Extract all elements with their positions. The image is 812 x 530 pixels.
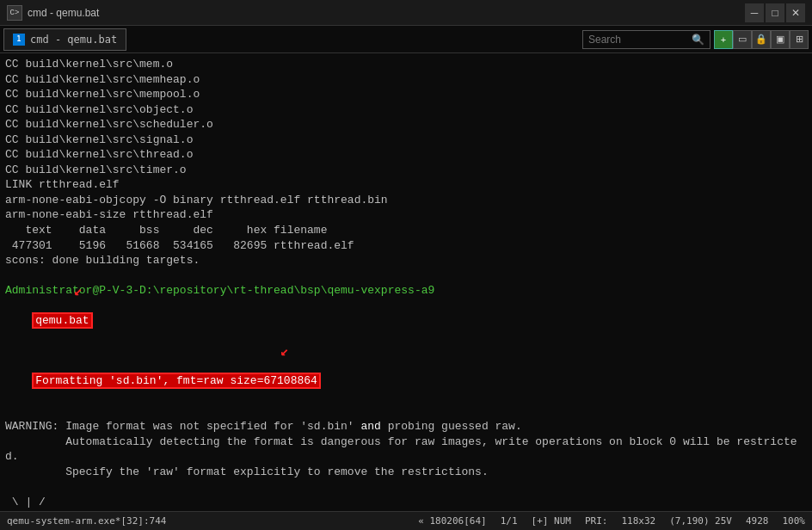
terminal-line: CC build\kernel\src\object.o bbox=[5, 102, 807, 118]
status-pos4: PRI: bbox=[585, 515, 608, 527]
status-pos5: 118x32 bbox=[621, 515, 655, 527]
tab-bar-right: 🔍 + ▭ 🔒 ▣ ⊞ bbox=[582, 30, 809, 49]
arrow-annotation-1: ↙ bbox=[74, 283, 83, 302]
search-input[interactable] bbox=[588, 34, 692, 46]
status-process: qemu-system-arm.exe*[32]:744 bbox=[7, 515, 408, 527]
terminal-line: CC build\kernel\src\thread.o bbox=[5, 147, 807, 163]
status-pos6: (7,190) 25V bbox=[669, 515, 732, 527]
terminal-line: scons: done building targets. bbox=[5, 253, 807, 268]
status-pos1: « 180206[64] bbox=[418, 515, 486, 527]
prompt-text: Administrator@P-V-3-D:\repository\rt-thr… bbox=[5, 284, 434, 297]
tab-bar: 1 cmd - qemu.bat 🔍 + ▭ 🔒 ▣ ⊞ bbox=[0, 26, 812, 53]
status-pos7: 4928 bbox=[746, 515, 769, 527]
terminal-prompt-line: Administrator@P-V-3-D:\repository\rt-thr… bbox=[5, 283, 807, 299]
add-tab-button[interactable]: + bbox=[714, 30, 733, 49]
arrow-annotation-2: ↙ bbox=[280, 343, 289, 362]
terminal-line: \ | / bbox=[5, 495, 807, 510]
toolbar-buttons: + ▭ 🔒 ▣ ⊞ bbox=[714, 30, 809, 49]
tab-label: cmd - qemu.bat bbox=[30, 34, 117, 46]
terminal-line bbox=[5, 268, 807, 284]
terminal-line: CC build\kernel\src\signal.o bbox=[5, 132, 807, 148]
terminal-line: CC build\kernel\src\mempool.o bbox=[5, 87, 807, 102]
status-right: « 180206[64] 1/1 [+] NUM PRI: 118x32 (7,… bbox=[418, 515, 805, 527]
maximize-button[interactable]: □ bbox=[766, 3, 784, 22]
terminal-line: CC build\kernel\src\mem.o bbox=[5, 57, 807, 72]
terminal-output: CC build\kernel\src\mem.o CC build\kerne… bbox=[0, 53, 812, 511]
close-button[interactable]: ✕ bbox=[786, 3, 805, 22]
terminal-line: LINK rtthread.elf bbox=[5, 177, 807, 193]
terminal-line: CC build\kernel\src\memheap.o bbox=[5, 72, 807, 88]
highlighted-formatting: Formatting 'sd.bin', fmt=raw size=671088… bbox=[32, 373, 321, 389]
terminal-line bbox=[5, 479, 807, 495]
status-bar: qemu-system-arm.exe*[32]:744 « 180206[64… bbox=[0, 511, 812, 530]
layout1-button[interactable]: ▭ bbox=[733, 30, 752, 49]
terminal-line: CC build\kernel\src\scheduler.o bbox=[5, 117, 807, 132]
search-box[interactable]: 🔍 bbox=[582, 30, 710, 49]
status-pos8: 100% bbox=[783, 515, 806, 527]
search-button[interactable]: 🔍 bbox=[692, 34, 704, 46]
terminal-line: Automatically detecting the format is da… bbox=[5, 434, 807, 450]
status-pos3: [+] NUM bbox=[532, 515, 571, 527]
minimize-button[interactable]: ─ bbox=[745, 3, 764, 22]
lock-button[interactable]: 🔒 bbox=[752, 30, 771, 49]
terminal-line: CC build\kernel\src\timer.o bbox=[5, 163, 807, 178]
terminal-line: Specify the 'raw' format explicitly to r… bbox=[5, 465, 807, 480]
terminal-line: text data bss dec hex filename bbox=[5, 223, 807, 238]
title-bar: C> cmd - qemu.bat ─ □ ✕ bbox=[0, 0, 812, 26]
tab-number-icon: 1 bbox=[13, 34, 25, 46]
terminal-line: 477301 5196 51668 534165 82695 rtthread.… bbox=[5, 238, 807, 254]
split-button[interactable]: ⊞ bbox=[790, 30, 809, 49]
terminal-line: arm-none-eabi-objcopy -O binary rtthread… bbox=[5, 193, 807, 208]
window-controls: ─ □ ✕ bbox=[745, 3, 805, 22]
highlighted-command: qemu.bat bbox=[32, 312, 92, 329]
cmd-icon: C> bbox=[10, 9, 20, 17]
terminal-warning-line: WARNING: Image format was not specified … bbox=[5, 419, 807, 434]
terminal-line: arm-none-eabi-size rtthread.elf bbox=[5, 207, 807, 223]
status-pos2: 1/1 bbox=[501, 515, 518, 527]
terminal-command-line: qemu.bat ↙ bbox=[5, 299, 807, 359]
terminal-tab[interactable]: 1 cmd - qemu.bat bbox=[3, 28, 126, 51]
layout2-button[interactable]: ▣ bbox=[771, 30, 790, 49]
terminal-formatting-line: Formatting 'sd.bin', fmt=raw size=671088… bbox=[5, 359, 807, 419]
terminal-line: d. bbox=[5, 449, 807, 465]
app-icon: C> bbox=[7, 5, 22, 21]
window-title: cmd - qemu.bat bbox=[28, 7, 99, 19]
